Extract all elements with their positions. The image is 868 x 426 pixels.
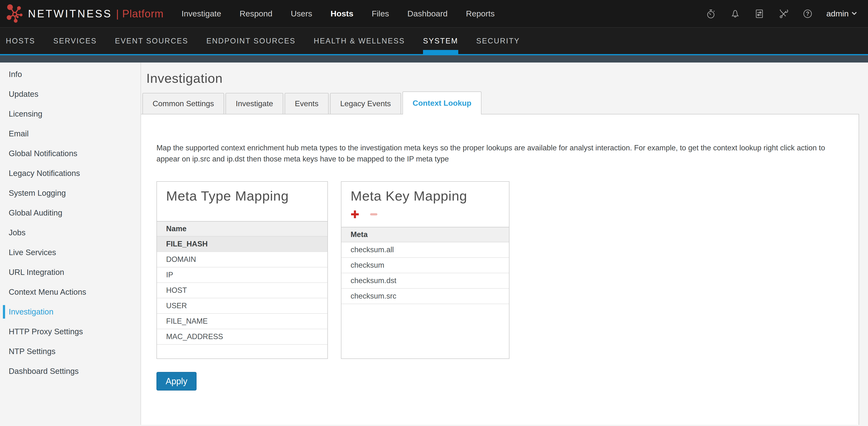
netwitness-logo[interactable]: NETWITNESS | Platform — [6, 4, 164, 24]
tools-icon[interactable] — [778, 8, 789, 19]
svg-text:?: ? — [806, 11, 809, 17]
system-settings-sidebar: Info Updates Licensing Email Global Noti… — [0, 63, 141, 425]
sidebar-item-system-logging[interactable]: System Logging — [0, 183, 141, 203]
meta-type-mapping-title: Meta Type Mapping — [166, 188, 318, 204]
sidebar-item-context-menu-actions[interactable]: Context Menu Actions — [0, 282, 141, 302]
menu-item-respond[interactable]: Respond — [240, 9, 272, 18]
sidebar-item-updates[interactable]: Updates — [0, 84, 141, 104]
subnav-shadow-strip — [0, 55, 868, 63]
meta-key-row-checksum-src[interactable]: checksum.src — [341, 289, 509, 304]
primary-menu: Investigate Respond Users Hosts Files Da… — [182, 9, 495, 18]
meta-type-empty-area — [157, 345, 328, 358]
main-content: Investigation Common Settings Investigat… — [141, 63, 868, 425]
meta-key-mapping-title: Meta Key Mapping — [350, 188, 500, 204]
minus-icon[interactable] — [370, 213, 378, 216]
meta-key-row-checksum[interactable]: checksum — [341, 258, 509, 273]
meta-key-row-checksum-dst[interactable]: checksum.dst — [341, 273, 509, 289]
apply-button[interactable]: Apply — [156, 372, 196, 391]
meta-key-mapping-header: Meta Key Mapping — [341, 182, 509, 227]
sidebar-item-legacy-notifications[interactable]: Legacy Notifications — [0, 163, 141, 183]
sidebar-item-dashboard-settings[interactable]: Dashboard Settings — [0, 361, 141, 381]
topnav-utilities: ? admin — [706, 8, 857, 19]
investigation-tabs: Common Settings Investigate Events Legac… — [141, 92, 868, 114]
tab-events[interactable]: Events — [285, 93, 329, 114]
sidebar-item-info[interactable]: Info — [0, 64, 141, 84]
brand-divider: | — [116, 8, 119, 20]
subnav-event-sources[interactable]: EVENT SOURCES — [115, 28, 188, 54]
jobs-panel-icon[interactable] — [754, 8, 765, 19]
meta-type-column-header: Name — [157, 222, 328, 236]
tab-context-lookup[interactable]: Context Lookup — [402, 92, 482, 114]
subnav-endpoint-sources[interactable]: ENDPOINT SOURCES — [207, 28, 296, 54]
user-name: admin — [826, 9, 849, 18]
tab-legacy-events[interactable]: Legacy Events — [330, 93, 401, 114]
menu-item-files[interactable]: Files — [372, 9, 389, 18]
top-navigation-bar: NETWITNESS | Platform Investigate Respon… — [0, 0, 868, 28]
meta-type-row-mac-address[interactable]: MAC_ADDRESS — [157, 329, 328, 345]
sidebar-item-url-integration[interactable]: URL Integration — [0, 262, 141, 282]
subnav-system[interactable]: SYSTEM — [423, 28, 458, 54]
brand-product: Platform — [122, 8, 164, 20]
meta-type-mapping-box: Meta Type Mapping Name FILE_HASH DOMAIN … — [156, 181, 328, 359]
meta-key-row-checksum-all[interactable]: checksum.all — [341, 242, 509, 258]
meta-key-toolbar — [350, 210, 500, 219]
netwitness-molecule-icon — [6, 4, 23, 24]
menu-item-dashboard[interactable]: Dashboard — [407, 9, 447, 18]
meta-type-row-ip[interactable]: IP — [157, 267, 328, 283]
sidebar-item-global-notifications[interactable]: Global Notifications — [0, 143, 141, 163]
sidebar-item-ntp-settings[interactable]: NTP Settings — [0, 341, 141, 361]
menu-item-hosts[interactable]: Hosts — [331, 9, 353, 18]
context-lookup-description: Map the supported context enrichment hub… — [156, 142, 832, 164]
menu-item-investigate[interactable]: Investigate — [182, 9, 221, 18]
user-menu[interactable]: admin — [826, 9, 857, 18]
sidebar-item-live-services[interactable]: Live Services — [0, 242, 141, 262]
sidebar-item-licensing[interactable]: Licensing — [0, 104, 141, 124]
stopwatch-icon[interactable] — [706, 8, 717, 19]
sidebar-item-http-proxy-settings[interactable]: HTTP Proxy Settings — [0, 322, 141, 341]
tab-common-settings[interactable]: Common Settings — [143, 93, 224, 114]
subnav-hosts[interactable]: HOSTS — [6, 28, 35, 54]
meta-type-row-file-name[interactable]: FILE_NAME — [157, 314, 328, 329]
sidebar-item-email[interactable]: Email — [0, 124, 141, 143]
meta-key-mapping-box: Meta Key Mapping — [341, 181, 509, 359]
sidebar-item-global-auditing[interactable]: Global Auditing — [0, 203, 141, 223]
bell-icon[interactable] — [730, 8, 741, 19]
meta-key-column-header: Meta — [341, 227, 509, 242]
subnav-health-wellness[interactable]: HEALTH & WELLNESS — [314, 28, 405, 54]
sidebar-item-investigation[interactable]: Investigation — [0, 302, 141, 322]
page-title: Investigation — [146, 71, 868, 86]
help-icon[interactable]: ? — [802, 8, 813, 19]
admin-sub-navigation: HOSTS SERVICES EVENT SOURCES ENDPOINT SO… — [0, 28, 868, 55]
meta-type-row-file-hash[interactable]: FILE_HASH — [157, 236, 328, 252]
chevron-down-icon — [851, 11, 857, 16]
plus-icon[interactable] — [350, 210, 359, 219]
system-page: Info Updates Licensing Email Global Noti… — [0, 63, 868, 425]
meta-type-row-host[interactable]: HOST — [157, 283, 328, 298]
sidebar-item-jobs[interactable]: Jobs — [0, 223, 141, 242]
menu-item-users[interactable]: Users — [291, 9, 312, 18]
meta-type-row-user[interactable]: USER — [157, 298, 328, 314]
subnav-security[interactable]: SECURITY — [476, 28, 520, 54]
brand-name: NETWITNESS — [28, 8, 112, 20]
meta-type-mapping-header: Meta Type Mapping — [157, 182, 328, 222]
subnav-services[interactable]: SERVICES — [53, 28, 97, 54]
context-lookup-panel: Map the supported context enrichment hub… — [141, 114, 859, 425]
mapping-boxes: Meta Type Mapping Name FILE_HASH DOMAIN … — [156, 181, 832, 359]
menu-item-reports[interactable]: Reports — [466, 9, 495, 18]
meta-type-row-domain[interactable]: DOMAIN — [157, 252, 328, 267]
tab-investigate[interactable]: Investigate — [225, 93, 283, 114]
meta-key-empty-area — [341, 304, 509, 358]
